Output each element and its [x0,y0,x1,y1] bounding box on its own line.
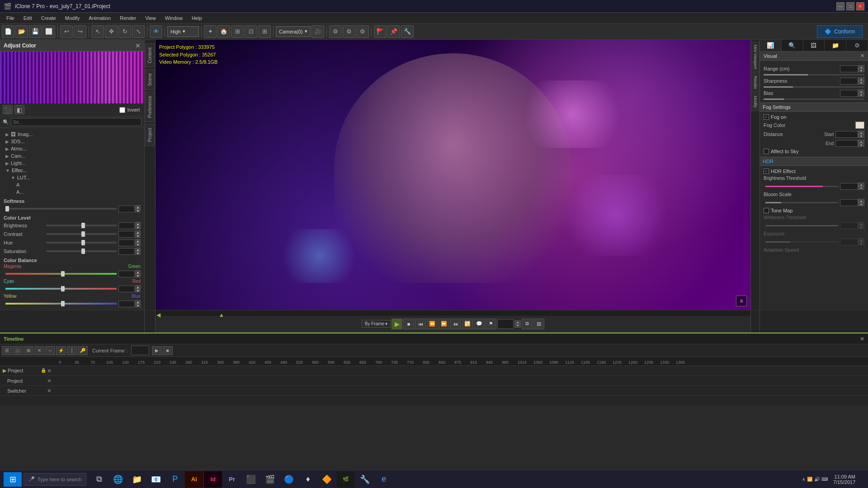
contrast-up[interactable]: ▲ [135,230,141,234]
sharpness-up[interactable]: ▲ [858,77,864,81]
rp-tab-folder[interactable]: 📁 [825,40,846,51]
sharpness-value[interactable]: 29 [840,78,858,84]
tl-btn-key[interactable]: 🔑 [78,346,88,355]
visual-close-icon[interactable]: ✕ [860,53,864,59]
end-value[interactable]: 20000 [835,140,858,147]
frame-up[interactable]: ▲ [514,320,521,324]
tl-btn-trim[interactable]: ⚡ [56,346,66,355]
stop-btn[interactable]: ■ [403,319,414,329]
ai-icon[interactable]: Ai [185,471,203,488]
contrast-thumb[interactable] [81,231,85,237]
brightness-value[interactable]: 0 [118,222,135,229]
saturation-value[interactable]: 0 [118,248,135,255]
redo-btn[interactable]: ↪ [74,25,86,38]
menu-render[interactable]: Render [115,14,141,22]
open-btn[interactable]: 📂 [15,25,28,38]
render1-btn[interactable]: ⚙ [329,25,342,38]
yellow-up[interactable]: ▲ [135,300,141,304]
brightness-threshold-slider[interactable] [765,186,838,187]
scale-btn[interactable]: ⤡ [132,25,145,38]
keyboard-icon[interactable]: ⌨ [821,477,828,482]
menu-file[interactable]: File [2,14,19,22]
softness-down[interactable]: ▼ [135,209,141,212]
snap-btn[interactable]: ⊡ [245,25,257,38]
viewport-icon-btn[interactable]: ≡ [736,296,747,306]
lut-a[interactable]: A [14,181,141,188]
lut-a2[interactable]: A... [14,188,141,196]
network-icon[interactable]: 📶 [807,477,812,482]
range-up[interactable]: ▲ [858,65,864,69]
camera-dropdown[interactable]: Camera(0) ▾ [276,26,311,37]
tree-item-cam[interactable]: ▶ Cam... [4,152,141,160]
clock-display[interactable]: 11:09 AM 7/15/2017 [833,474,855,485]
sidebar-tab-scene[interactable]: Scene [145,69,155,90]
eye-btn[interactable]: 👁 [150,25,162,38]
rp-tab-visual[interactable]: 📊 [760,40,782,51]
grid-btn[interactable]: ⊞ [231,25,244,38]
rp-tab-scene[interactable]: 🔍 [782,40,803,51]
search-input[interactable] [11,118,142,126]
bias-slider[interactable] [764,99,864,100]
taskbar-search-box[interactable]: 🎤 Type here to search [24,473,86,486]
frame-down[interactable]: ▼ [514,324,521,328]
bloom-scale-value[interactable]: 22 [840,199,858,206]
move-btn[interactable]: ✥ [105,25,118,38]
adjust-color-close-icon[interactable]: ✕ [135,42,141,49]
new-btn[interactable]: 📄 [2,25,14,38]
cyan-up[interactable]: ▲ [135,285,141,289]
bias-value[interactable]: 20 [840,90,858,97]
pin-btn[interactable]: 📌 [387,25,400,38]
rp-tab-settings[interactable]: ⚙ [846,40,868,51]
app6-icon[interactable]: 🌿 [337,471,355,488]
by-frame-dropdown[interactable]: By Frame ▾ [362,320,391,328]
app3-icon[interactable]: 🔵 [280,471,298,488]
explorer-icon[interactable]: 📁 [128,471,146,488]
start-down[interactable]: ▼ [858,134,864,138]
bloom-scale-down[interactable]: ▼ [858,202,864,206]
taskview-btn[interactable]: ⧉ [90,471,108,488]
yellow-thumb[interactable] [61,301,65,306]
saturation-down[interactable]: ▼ [135,251,141,255]
range-slider[interactable] [764,74,864,75]
tl-btn-cam[interactable]: 🎥 [13,346,23,355]
fog-color-swatch[interactable] [855,122,864,129]
hdr-effect-checkbox[interactable]: ✓ [764,169,769,174]
pr-icon[interactable]: Pr [223,471,241,488]
cam-btn[interactable]: 🏠 [217,25,230,38]
bloom-scale-up[interactable]: ▲ [858,199,864,202]
hue-value[interactable]: 0 [118,239,135,246]
frame-number-input[interactable]: 1 [497,319,514,329]
menu-view[interactable]: View [141,14,160,22]
tl-btn-remove[interactable]: ✕ [34,346,44,355]
menu-animation[interactable]: Animation [84,14,115,22]
saturation-up[interactable]: ▲ [135,248,141,251]
tl-btn-move[interactable]: ↔ [45,346,55,355]
brightness-threshold-up[interactable]: ▲ [858,183,864,186]
softness-value[interactable]: 0.0 [118,206,135,212]
right-tab-render[interactable]: Render [751,73,760,93]
menu-modify[interactable]: Modify [61,14,84,22]
invert-checkbox[interactable] [119,107,125,113]
tl-btn-split[interactable]: | [67,346,77,355]
track-close-switcher[interactable]: ✕ [47,388,52,394]
rotate-btn[interactable]: ↻ [118,25,131,38]
start-value[interactable]: 5000 [835,131,858,138]
menu-help[interactable]: Help [187,14,207,22]
range-down[interactable]: ▼ [858,69,864,72]
track-icon-lock[interactable]: 🔒 [41,368,46,374]
contrast-value[interactable]: 0 [118,231,135,238]
render2-btn[interactable]: ⚙ [343,25,355,38]
hue-thumb[interactable] [81,240,85,245]
timeline-close-icon[interactable]: ✕ [860,336,864,342]
track-close-project-outer[interactable]: ✕ [47,368,52,374]
bloom-scale-slider[interactable] [765,202,838,203]
next-frame-btn[interactable]: ⏩ [439,319,449,329]
sidebar-tab-project[interactable]: Project [145,124,155,146]
app4-icon[interactable]: ♦ [299,471,317,488]
maximize-button[interactable]: □ [846,2,854,10]
play-btn[interactable]: ▶ [392,319,402,329]
app7-icon[interactable]: 🔧 [356,471,374,488]
goto-end-btn[interactable]: ⏭ [450,319,461,329]
end-down[interactable]: ▼ [858,143,864,147]
saturation-thumb[interactable] [81,249,85,254]
